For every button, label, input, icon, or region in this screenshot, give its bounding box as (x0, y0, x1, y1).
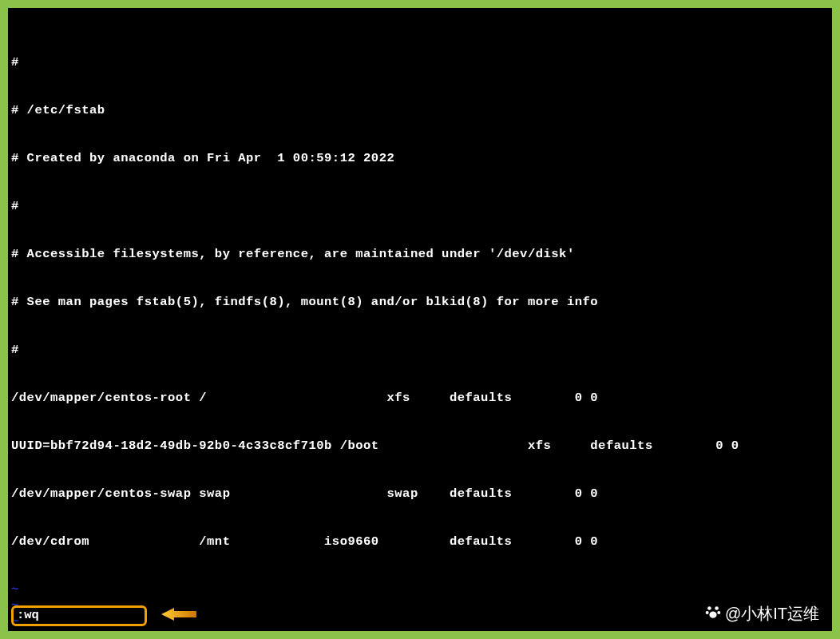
paw-icon (704, 603, 722, 625)
svg-point-1 (707, 606, 711, 610)
svg-point-2 (715, 606, 719, 610)
command-row: :wq (11, 605, 196, 626)
svg-point-5 (709, 612, 716, 618)
svg-point-4 (717, 611, 720, 614)
file-line: # /etc/fstab (11, 102, 829, 118)
file-line: /dev/mapper/centos-root / xfs defaults 0… (11, 390, 829, 406)
arrow-left-icon (161, 607, 196, 625)
file-line: # (11, 198, 829, 214)
file-line: # Accessible filesystems, by reference, … (11, 246, 829, 262)
watermark: @小林IT运维 (704, 603, 819, 625)
file-line: # (11, 342, 829, 358)
file-line: /dev/mapper/centos-swap swap swap defaul… (11, 486, 829, 502)
vim-command: :wq (17, 608, 39, 622)
command-input-highlight[interactable]: :wq (11, 605, 147, 626)
terminal-window[interactable]: # # /etc/fstab # Created by anaconda on … (8, 8, 832, 631)
tilde-line: ~ (11, 629, 829, 631)
svg-marker-0 (161, 608, 196, 621)
file-content: # # /etc/fstab # Created by anaconda on … (11, 22, 829, 581)
file-line: # (11, 54, 829, 70)
file-line: # Created by anaconda on Fri Apr 1 00:59… (11, 150, 829, 166)
tilde-line: ~ (11, 581, 829, 597)
watermark-text: @小林IT运维 (725, 603, 819, 625)
file-line: # See man pages fstab(5), findfs(8), mou… (11, 294, 829, 310)
file-line: UUID=bbf72d94-18d2-49db-92b0-4c33c8cf710… (11, 438, 829, 454)
svg-point-3 (706, 611, 709, 614)
file-line: /dev/cdrom /mnt iso9660 defaults 0 0 (11, 534, 829, 550)
